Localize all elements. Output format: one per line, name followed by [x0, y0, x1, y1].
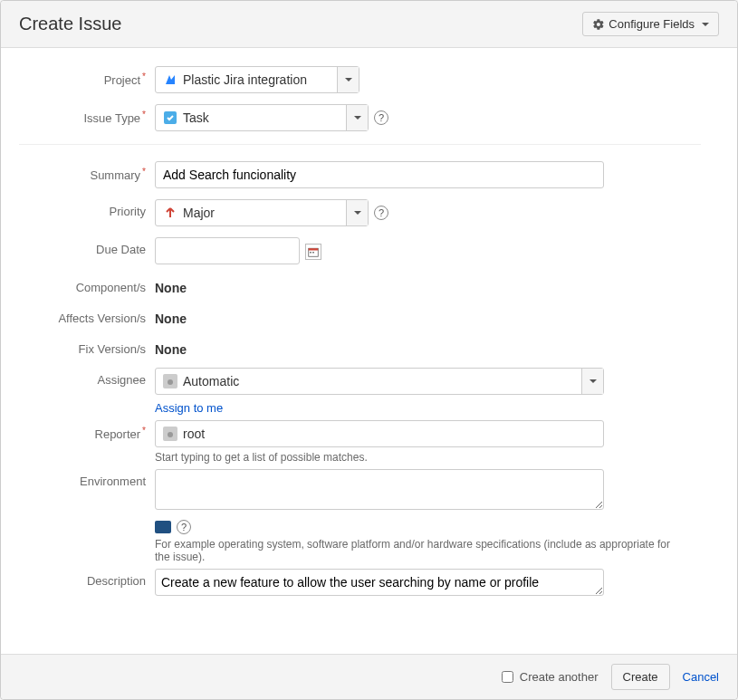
issue-type-label: Issue Type — [19, 104, 155, 125]
svg-rect-4 — [312, 252, 314, 254]
create-another-wrapper[interactable]: Create another — [498, 668, 599, 686]
affects-versions-label: Affects Version/s — [19, 306, 155, 325]
create-another-checkbox[interactable] — [502, 671, 513, 683]
chevron-down-icon — [702, 23, 709, 26]
editor-mode-icon[interactable] — [155, 521, 171, 533]
divider — [19, 144, 701, 145]
components-value: None — [155, 275, 701, 295]
priority-label: Priority — [19, 199, 155, 218]
reporter-label: Reporter — [19, 420, 155, 441]
help-icon[interactable]: ? — [177, 520, 191, 534]
gear-icon — [592, 18, 605, 31]
priority-select[interactable]: Major — [155, 199, 369, 226]
summary-input[interactable] — [155, 161, 604, 188]
dialog-footer: Create another Create Cancel — [1, 654, 737, 699]
issue-type-select[interactable]: Task — [155, 104, 369, 131]
components-label: Component/s — [19, 275, 155, 294]
chevron-down-icon[interactable] — [337, 67, 359, 92]
assignee-select[interactable]: Automatic — [155, 368, 604, 395]
priority-major-icon — [163, 206, 177, 220]
calendar-icon[interactable] — [305, 244, 321, 260]
reporter-helper-text: Start typing to get a list of possible m… — [155, 451, 680, 464]
chevron-down-icon[interactable] — [346, 200, 368, 225]
due-date-label: Due Date — [19, 237, 155, 256]
dialog-title: Create Issue — [19, 14, 121, 34]
configure-fields-button[interactable]: Configure Fields — [582, 12, 719, 36]
task-icon — [163, 110, 177, 125]
configure-fields-label: Configure Fields — [609, 17, 695, 31]
create-issue-dialog: Create Issue Configure Fields Project Pl… — [0, 0, 738, 700]
priority-value: Major — [183, 206, 215, 220]
assignee-label: Assignee — [19, 368, 155, 387]
description-textarea[interactable] — [155, 569, 604, 596]
chevron-down-icon[interactable] — [346, 105, 368, 130]
fix-versions-value: None — [155, 337, 701, 357]
avatar-icon — [163, 427, 177, 441]
environment-textarea[interactable] — [155, 469, 604, 510]
reporter-value: root — [183, 427, 205, 441]
project-icon — [163, 72, 177, 87]
reporter-input[interactable]: root — [155, 420, 604, 447]
cancel-link[interactable]: Cancel — [683, 670, 719, 684]
create-button[interactable]: Create — [611, 664, 670, 690]
help-icon[interactable]: ? — [374, 110, 388, 125]
issue-type-value: Task — [183, 110, 209, 125]
environment-label: Environment — [19, 469, 155, 488]
due-date-input[interactable] — [155, 237, 300, 264]
project-value: Plastic Jira integration — [183, 72, 307, 87]
dialog-body[interactable]: Project Plastic Jira integration Issue T… — [1, 48, 737, 654]
svg-rect-2 — [309, 248, 319, 250]
dialog-header: Create Issue Configure Fields — [1, 1, 737, 48]
chevron-down-icon[interactable] — [581, 369, 603, 394]
project-label: Project — [19, 66, 155, 87]
project-select[interactable]: Plastic Jira integration — [155, 66, 359, 93]
description-label: Description — [19, 569, 155, 588]
svg-rect-3 — [310, 252, 311, 254]
fix-versions-label: Fix Version/s — [19, 337, 155, 356]
assignee-value: Automatic — [183, 374, 239, 388]
avatar-icon — [163, 374, 177, 388]
help-icon[interactable]: ? — [374, 206, 388, 220]
summary-label: Summary — [19, 161, 155, 182]
assign-to-me-link[interactable]: Assign to me — [155, 401, 223, 415]
create-another-label: Create another — [520, 670, 599, 684]
environment-helper-text: For example operating system, software p… — [155, 538, 680, 563]
affects-versions-value: None — [155, 306, 701, 326]
